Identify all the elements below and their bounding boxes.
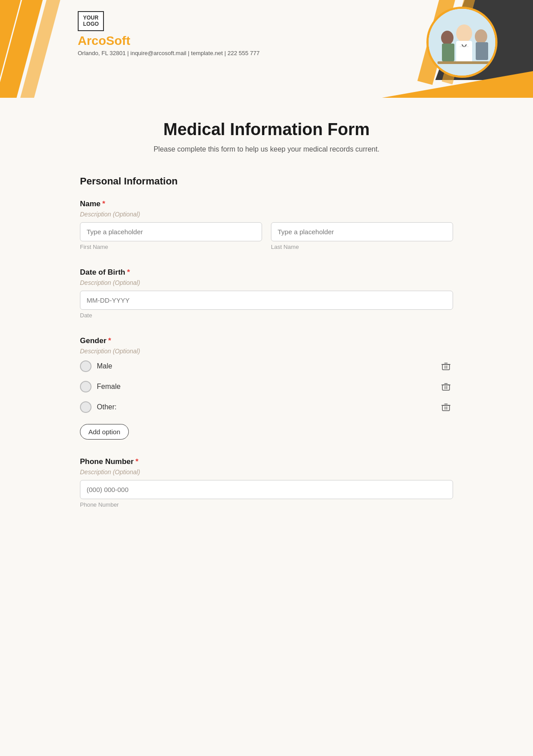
radio-left-male[interactable]: Male bbox=[80, 360, 112, 372]
gender-description: Description (Optional) bbox=[80, 348, 453, 355]
radio-circle-female[interactable] bbox=[80, 381, 91, 392]
svg-rect-7 bbox=[438, 61, 491, 64]
phone-sublabel: Phone Number bbox=[80, 501, 453, 508]
radio-label-female: Female bbox=[97, 383, 120, 391]
add-option-label: Add option bbox=[88, 428, 120, 436]
phone-description: Description (Optional) bbox=[80, 468, 453, 476]
dob-required-star: * bbox=[127, 268, 130, 276]
name-input-row bbox=[80, 222, 453, 241]
first-name-sublabel: First Name bbox=[80, 244, 262, 250]
delete-icon-female[interactable] bbox=[439, 380, 453, 394]
radio-label-male: Male bbox=[97, 362, 112, 370]
section-personal-title: Personal Information bbox=[80, 176, 453, 187]
svg-rect-4 bbox=[442, 44, 454, 61]
dob-sublabel: Date bbox=[80, 312, 453, 319]
form-title: Medical Information Form bbox=[80, 120, 453, 139]
phone-input-row bbox=[80, 480, 453, 499]
form-subtitle: Please complete this form to help us kee… bbox=[80, 145, 453, 153]
logo-box: YOUR LOGO bbox=[78, 11, 104, 31]
gender-option-female: Female bbox=[80, 380, 453, 394]
company-info: Orlando, FL 32801 | inquire@arcosoft.mai… bbox=[78, 50, 259, 56]
last-name-sublabel: Last Name bbox=[271, 244, 453, 250]
phone-field-group: Phone Number* Description (Optional) Pho… bbox=[80, 457, 453, 508]
company-name: ArcoSoft bbox=[78, 34, 259, 48]
right-decorative bbox=[382, 0, 533, 98]
first-name-input[interactable] bbox=[80, 222, 262, 241]
name-description: Description (Optional) bbox=[80, 211, 453, 218]
phone-required-star: * bbox=[135, 457, 139, 466]
delete-icon-other[interactable] bbox=[439, 400, 453, 414]
delete-icon-male[interactable] bbox=[439, 359, 453, 373]
dob-input-row bbox=[80, 291, 453, 310]
svg-rect-19 bbox=[442, 405, 449, 411]
radio-left-female[interactable]: Female bbox=[80, 381, 120, 392]
radio-label-other: Other: bbox=[97, 403, 116, 411]
radio-circle-male[interactable] bbox=[80, 360, 91, 372]
medical-team-image bbox=[429, 9, 495, 76]
radio-circle-other[interactable] bbox=[80, 401, 91, 413]
svg-rect-6 bbox=[476, 42, 488, 60]
name-required-star: * bbox=[102, 200, 105, 208]
gender-field-group: Gender* Description (Optional) Male bbox=[80, 336, 453, 440]
header: YOUR LOGO ArcoSoft Orlando, FL 32801 | i… bbox=[0, 0, 533, 98]
svg-rect-14 bbox=[442, 385, 449, 390]
name-field-group: Name* Description (Optional) First Name … bbox=[80, 200, 453, 250]
svg-rect-2 bbox=[456, 41, 472, 63]
gender-label: Gender* bbox=[80, 336, 453, 345]
dob-input[interactable] bbox=[80, 291, 453, 310]
svg-point-3 bbox=[441, 31, 453, 45]
dob-label: Date of Birth* bbox=[80, 268, 453, 277]
gender-option-male: Male bbox=[80, 359, 453, 373]
name-sublabels: First Name Last Name bbox=[80, 244, 453, 250]
phone-input[interactable] bbox=[80, 480, 453, 499]
radio-left-other[interactable]: Other: bbox=[80, 401, 116, 413]
svg-point-5 bbox=[475, 29, 487, 44]
dob-description: Description (Optional) bbox=[80, 279, 453, 286]
logo-line2: LOGO bbox=[83, 21, 99, 27]
left-decorative-stripes bbox=[0, 0, 80, 98]
dob-field-group: Date of Birth* Description (Optional) Da… bbox=[80, 268, 453, 319]
logo-area: YOUR LOGO ArcoSoft Orlando, FL 32801 | i… bbox=[78, 11, 259, 56]
add-option-button[interactable]: Add option bbox=[80, 424, 129, 440]
logo-line1: YOUR bbox=[83, 15, 99, 21]
svg-rect-9 bbox=[442, 364, 449, 370]
phone-label: Phone Number* bbox=[80, 457, 453, 466]
svg-point-1 bbox=[456, 24, 472, 42]
gender-option-other: Other: bbox=[80, 400, 453, 414]
gender-required-star: * bbox=[108, 336, 111, 345]
avatar bbox=[426, 7, 497, 78]
name-label: Name* bbox=[80, 200, 453, 208]
last-name-input[interactable] bbox=[271, 222, 453, 241]
main-content: Medical Information Form Please complete… bbox=[62, 98, 471, 552]
